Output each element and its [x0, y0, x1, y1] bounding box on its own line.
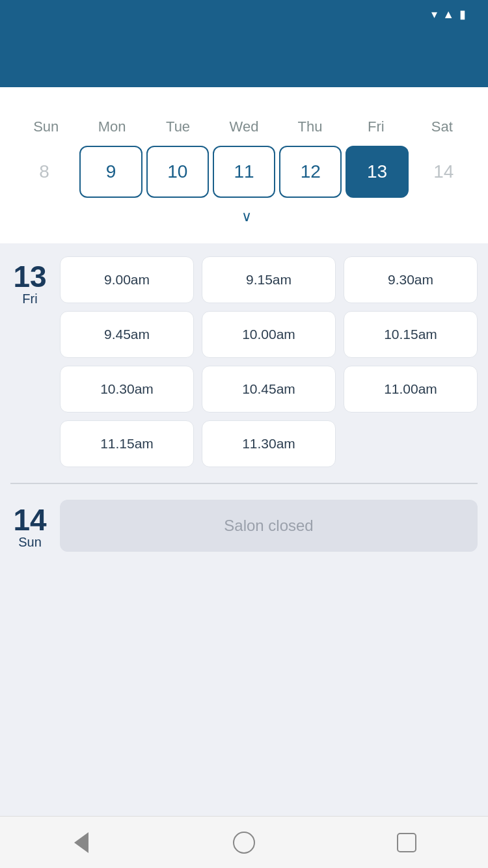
- wifi-icon: ▾: [431, 7, 437, 21]
- day-divider: [10, 483, 478, 484]
- weekday-cell: Sun: [13, 116, 79, 138]
- home-nav-button[interactable]: [228, 826, 260, 859]
- day-name: Sun: [18, 535, 42, 550]
- status-bar: ▾ ▲ ▮: [0, 0, 488, 29]
- closed-day-label: 14Sun: [10, 500, 49, 552]
- weekday-cell: Thu: [277, 116, 343, 138]
- date-cell[interactable]: 13: [346, 146, 408, 198]
- weekday-cell: Tue: [145, 116, 211, 138]
- time-slot[interactable]: 10.45am: [202, 366, 336, 413]
- day-name: Fri: [22, 292, 37, 306]
- time-slot[interactable]: 10.30am: [60, 366, 194, 413]
- date-row: 891011121314: [13, 146, 475, 198]
- signal-icon: ▲: [442, 8, 454, 21]
- date-cell[interactable]: 11: [213, 146, 275, 198]
- date-cell[interactable]: 8: [13, 146, 75, 198]
- salon-closed-text: Salon closed: [224, 517, 313, 535]
- day-label: 13Fri: [10, 256, 49, 467]
- date-cell[interactable]: 14: [413, 146, 475, 198]
- day-number: 13: [13, 262, 46, 292]
- time-slot[interactable]: 9.15am: [202, 256, 336, 303]
- time-slot[interactable]: 10.15am: [344, 311, 478, 358]
- home-nav-icon: [233, 832, 255, 854]
- chevron-down-icon: ∨: [241, 208, 252, 225]
- month-view-toggle[interactable]: ∨: [13, 198, 475, 230]
- battery-icon: ▮: [459, 7, 466, 21]
- back-nav-icon: [74, 832, 88, 853]
- back-nav-button[interactable]: [65, 826, 98, 859]
- time-slot[interactable]: 9.30am: [344, 256, 478, 303]
- day-number: 14: [13, 505, 46, 535]
- salon-closed-area: Salon closed: [60, 500, 478, 552]
- slots-grid: 9.00am9.15am9.30am9.45am10.00am10.15am10…: [60, 256, 478, 467]
- weekday-cell: Wed: [211, 116, 277, 138]
- weekday-cell: Sat: [409, 116, 475, 138]
- date-cell[interactable]: 10: [146, 146, 209, 198]
- time-slot[interactable]: 11.30am: [202, 420, 336, 467]
- recents-nav-icon: [397, 833, 416, 852]
- time-slot[interactable]: 9.00am: [60, 256, 194, 303]
- weekday-row: SunMonTueWedThuFriSat: [13, 116, 475, 138]
- day-block: 13Fri9.00am9.15am9.30am9.45am10.00am10.1…: [10, 256, 478, 467]
- status-icons: ▾ ▲ ▮: [431, 7, 466, 21]
- time-slot[interactable]: 10.00am: [202, 311, 336, 358]
- recents-nav-button[interactable]: [390, 826, 423, 859]
- weekday-cell: Mon: [79, 116, 144, 138]
- calendar-section: SunMonTueWedThuFriSat 891011121314 ∨: [0, 87, 488, 243]
- time-slot[interactable]: 9.45am: [60, 311, 194, 358]
- nav-bar: [0, 816, 488, 868]
- date-cell[interactable]: 9: [79, 146, 142, 198]
- salon-closed-block: 14SunSalon closed: [10, 500, 478, 552]
- time-slots-section: 13Fri9.00am9.15am9.30am9.45am10.00am10.1…: [0, 243, 488, 816]
- time-slot[interactable]: 11.15am: [60, 420, 194, 467]
- date-cell[interactable]: 12: [279, 146, 342, 198]
- weekday-cell: Fri: [343, 116, 409, 138]
- time-slot[interactable]: 11.00am: [344, 366, 478, 413]
- app-header: [0, 29, 488, 87]
